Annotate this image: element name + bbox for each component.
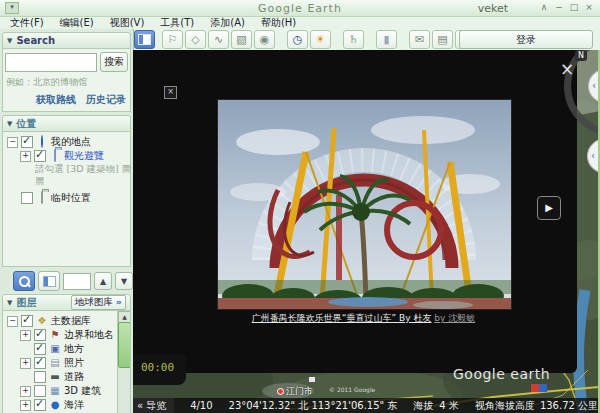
checkbox[interactable] <box>34 329 46 341</box>
expander-icon[interactable]: + <box>20 151 31 162</box>
roller-coaster-photo[interactable] <box>217 99 512 310</box>
map-poi-icon[interactable] <box>309 377 315 382</box>
print-button[interactable]: ▤ <box>432 30 453 49</box>
ruler-icon: ▮ <box>383 33 389 46</box>
layer-row-places[interactable]: ▣ 地方 <box>5 342 117 356</box>
coordinates-readout: 23°04'12.32" 北 113°21'06.15" 东 <box>229 399 398 413</box>
map-attribution: © 2011 Google <box>329 386 375 393</box>
photo-index: 4/10 <box>190 400 212 411</box>
places-filter-box[interactable] <box>63 273 91 290</box>
expander-icon[interactable]: − <box>7 137 18 148</box>
magnifier-icon <box>19 276 30 287</box>
checkbox[interactable] <box>34 150 46 162</box>
elevation-value: 4 米 <box>439 399 459 413</box>
photo-caption[interactable]: 广州番禺长隆欢乐世界“垂直过山车” By 杜友 by 沈毅敏 <box>217 312 510 325</box>
expander-icon[interactable]: − <box>7 316 18 327</box>
sidebar-toggle-button[interactable] <box>134 30 155 49</box>
google-earth-globe-icon <box>41 135 43 148</box>
tree-label: 临时位置 <box>51 191 91 205</box>
toolbar: ⚐ ◇ ∿ ▧ ◉ ◷ ☀ ♄ ▮ ✉ ▤ ▥ ◈ 登录 <box>133 29 600 50</box>
add-polygon-button[interactable]: ◇ <box>185 30 206 49</box>
layers-panel: ▼ 图层 地球图库 » − ❖ 主数据库 + ⚑ <box>2 294 131 413</box>
close-photo-icon[interactable]: × <box>560 61 574 78</box>
checkbox[interactable] <box>21 136 33 148</box>
checkbox[interactable] <box>34 371 46 383</box>
photo-caption-author[interactable]: by 沈毅敏 <box>434 313 475 323</box>
expander-icon[interactable]: + <box>20 330 31 341</box>
move-up-button[interactable]: ▲ <box>94 272 112 290</box>
earth-gallery-button[interactable]: 地球图库 » <box>71 295 126 310</box>
minimize-button[interactable]: − <box>551 1 567 14</box>
email-button[interactable]: ✉ <box>409 30 430 49</box>
switch-planet-button[interactable]: ♄ <box>343 30 364 49</box>
folder-icon <box>54 149 56 162</box>
tree-item-sightseeing[interactable]: + 觀光遊覽 <box>5 149 128 163</box>
layers-panel-title: 图层 <box>16 296 36 310</box>
scrollbar-thumb[interactable] <box>118 322 131 368</box>
record-tour-button[interactable]: ◉ <box>254 30 275 49</box>
buildings-icon: ▦ <box>49 385 61 397</box>
sunlight-icon: ☀ <box>316 33 326 46</box>
database-layers-icon: ❖ <box>36 315 48 327</box>
next-photo-button[interactable]: ▶ <box>537 196 561 220</box>
tree-item-temporary-places[interactable]: 临时位置 <box>5 191 128 205</box>
expander-icon[interactable]: + <box>20 358 31 369</box>
places-toolbar: ▲ ▼ <box>13 271 133 291</box>
shade-button[interactable]: ∧ <box>536 1 552 14</box>
menu-tools[interactable]: 工具(T) <box>154 17 200 29</box>
search-panel-header[interactable]: ▼ Search <box>2 32 131 49</box>
add-image-overlay-button[interactable]: ▧ <box>231 30 252 49</box>
search-input[interactable] <box>5 53 97 72</box>
expander-icon[interactable]: + <box>20 400 31 411</box>
ruler-button[interactable]: ▮ <box>376 30 397 49</box>
checkbox[interactable] <box>21 315 33 327</box>
add-placemark-button[interactable]: ⚐ <box>162 30 183 49</box>
tour-guide-toggle[interactable]: « 导览 <box>133 398 174 413</box>
search-button[interactable]: 搜索 <box>100 52 128 72</box>
tree-item-my-places[interactable]: − 我的地点 <box>5 135 128 149</box>
checkbox[interactable] <box>21 192 33 204</box>
menu-view[interactable]: 视图(V) <box>104 17 151 29</box>
move-down-button[interactable]: ▼ <box>115 272 133 290</box>
exit-photo-icon[interactable]: × <box>164 86 177 99</box>
menu-help[interactable]: 帮助(H) <box>255 17 302 29</box>
close-button[interactable]: × <box>581 1 597 14</box>
places-panel: ▼ 位置 − 我的地点 + 觀光遊覽 請勾選 [3D 建築物] 圖 層 <box>2 115 131 267</box>
overview-button[interactable] <box>38 271 60 291</box>
search-places-button[interactable] <box>13 271 35 291</box>
layer-label: 3D 建筑 <box>64 384 101 398</box>
get-directions-link[interactable]: 获取路线 <box>36 93 76 107</box>
places-panel-header[interactable]: ▼ 位置 <box>2 115 131 132</box>
elevation-label: 海拔 <box>413 399 433 413</box>
email-icon: ✉ <box>415 33 424 46</box>
layer-row-roads[interactable]: ▬ 道路 <box>5 370 117 384</box>
checkbox[interactable] <box>34 343 46 355</box>
layers-panel-header[interactable]: ▼ 图层 地球图库 » <box>2 294 131 311</box>
expand-chevron-icon: « <box>137 400 143 411</box>
history-link[interactable]: 历史记录 <box>86 93 126 107</box>
checkbox[interactable] <box>34 357 46 369</box>
layer-row-3d-buildings[interactable]: + ▦ 3D 建筑 <box>5 384 117 398</box>
sunlight-button[interactable]: ☀ <box>310 30 331 49</box>
photo-marker-icon[interactable] <box>531 384 547 392</box>
earth-viewport[interactable]: N ‹ ‹ 00:00 <box>133 50 600 413</box>
photo-caption-title[interactable]: 广州番禺长隆欢乐世界“垂直过山车” By 杜友 <box>252 313 432 323</box>
layers-scrollbar[interactable]: ▲ ▼ <box>117 311 130 413</box>
checkbox[interactable] <box>34 399 46 411</box>
sign-in-button[interactable]: 登录 <box>459 30 593 49</box>
add-path-button[interactable]: ∿ <box>208 30 229 49</box>
expander-icon[interactable]: + <box>20 386 31 397</box>
layer-row-photos[interactable]: + ▤ 照片 <box>5 356 117 370</box>
places-panel-title: 位置 <box>16 117 36 131</box>
historical-imagery-button[interactable]: ◷ <box>287 30 308 49</box>
layer-row-ocean[interactable]: + ● 海洋 <box>5 398 117 412</box>
layer-row-borders[interactable]: + ⚑ 边界和地名 <box>5 328 117 342</box>
menu-add[interactable]: 添加(A) <box>204 17 251 29</box>
ocean-icon: ● <box>49 399 61 411</box>
checkbox[interactable] <box>34 385 46 397</box>
compass-north-icon[interactable]: N <box>575 50 587 61</box>
layer-row-primary-database[interactable]: − ❖ 主数据库 <box>5 314 117 328</box>
menu-edit[interactable]: 编辑(E) <box>54 17 100 29</box>
maximize-button[interactable]: □ <box>566 1 582 14</box>
menu-file[interactable]: 文件(F) <box>4 17 50 29</box>
